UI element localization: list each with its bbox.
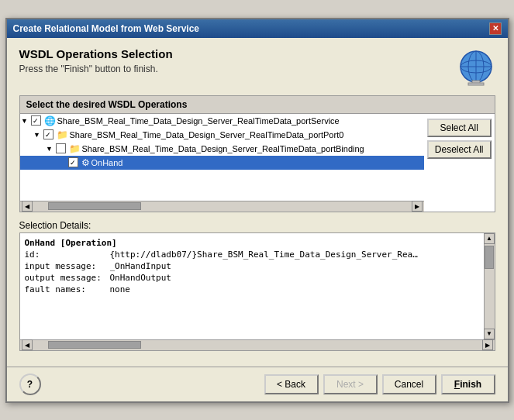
page-subtitle: Press the "Finish" button to finish. bbox=[19, 64, 173, 74]
details-scroll-left[interactable]: ◀ bbox=[22, 339, 33, 350]
tree-item-label: Share_BSM_Real_Time_Data_Design_Server_R… bbox=[70, 130, 344, 139]
scroll-up-arrow[interactable]: ▲ bbox=[484, 233, 495, 244]
bottom-bar: ? < Back Next > Cancel Finish bbox=[7, 367, 508, 401]
details-output-value: OnHandOutput bbox=[110, 273, 171, 283]
tree-row[interactable]: ▼ ✓ 🌐 Share_BSM_Real_Time_Data_Design_Se… bbox=[20, 114, 424, 128]
tree-item-label: OnHand bbox=[91, 158, 123, 167]
tree-scroll-area: ▼ ✓ 🌐 Share_BSM_Real_Time_Data_Design_Se… bbox=[20, 114, 424, 212]
tree-empty-space bbox=[20, 170, 424, 201]
deselect-all-button[interactable]: Deselect All bbox=[427, 140, 492, 159]
details-empty-space bbox=[25, 296, 479, 335]
details-title: OnHand [Operation] bbox=[25, 238, 117, 248]
details-scroll-thumb[interactable] bbox=[48, 341, 141, 349]
bottom-right-buttons: < Back Next > Cancel Finish bbox=[264, 374, 495, 394]
details-content: OnHand [Operation] id: {http://dladb07/}… bbox=[20, 233, 484, 339]
tree-row[interactable]: ▼ 📁 Share_BSM_Real_Time_Data_Design_Serv… bbox=[20, 142, 424, 156]
details-fault-label: fault names: bbox=[25, 284, 110, 294]
details-input-value: _OnHandInput bbox=[110, 261, 171, 271]
window-title: Create Relational Model from Web Service bbox=[13, 23, 200, 34]
details-label: Selection Details: bbox=[19, 220, 495, 231]
details-scroll-right[interactable]: ▶ bbox=[482, 339, 493, 350]
wsdl-operations-box: Select the desired WSDL Operations ▼ ✓ 🌐… bbox=[19, 95, 495, 212]
folder-icon: 📁 bbox=[57, 129, 68, 140]
details-input-label: input message: bbox=[25, 261, 110, 271]
vertical-scrollbar[interactable]: ▲ ▼ bbox=[484, 233, 495, 339]
header-section: WSDL Operations Selection Press the "Fin… bbox=[19, 47, 495, 86]
details-row-title: OnHand [Operation] bbox=[25, 238, 479, 248]
close-button[interactable]: ✕ bbox=[489, 22, 502, 35]
scroll-down-arrow[interactable]: ▼ bbox=[484, 329, 495, 339]
cancel-button[interactable]: Cancel bbox=[382, 374, 436, 394]
select-all-button[interactable]: Select All bbox=[427, 119, 492, 137]
horizontal-scrollbar[interactable]: ◀ ▶ bbox=[20, 201, 424, 212]
finish-button[interactable]: Finish bbox=[441, 374, 495, 394]
back-button[interactable]: < Back bbox=[264, 374, 319, 394]
svg-rect-6 bbox=[468, 83, 484, 85]
tree-row-selected[interactable]: ✓ ⚙ OnHand bbox=[20, 156, 424, 170]
wsdl-section-title: Select the desired WSDL Operations bbox=[20, 96, 495, 114]
checkbox[interactable]: ✓ bbox=[31, 115, 41, 126]
details-box: OnHand [Operation] id: {http://dladb07/}… bbox=[19, 232, 495, 351]
details-row-input: input message: _OnHandInput bbox=[25, 261, 479, 271]
scroll-right-arrow[interactable]: ▶ bbox=[412, 201, 423, 212]
gear-icon: ⚙ bbox=[81, 157, 90, 168]
details-row-output: output message: OnHandOutput bbox=[25, 273, 479, 283]
help-button[interactable]: ? bbox=[19, 374, 41, 395]
service-icon: 🌐 bbox=[44, 115, 56, 126]
tree-row[interactable]: ▼ ✓ 📁 Share_BSM_Real_Time_Data_Design_Se… bbox=[20, 128, 424, 142]
button-panel: Select All Deselect All bbox=[424, 114, 495, 212]
main-content: WSDL Operations Selection Press the "Fin… bbox=[7, 38, 508, 367]
globe-icon bbox=[457, 47, 495, 86]
toggle-arrow[interactable]: ▼ bbox=[45, 145, 54, 153]
details-fault-value: none bbox=[110, 284, 131, 294]
next-button[interactable]: Next > bbox=[323, 374, 378, 394]
scroll-left-arrow[interactable]: ◀ bbox=[22, 201, 33, 212]
title-bar: Create Relational Model from Web Service… bbox=[7, 19, 508, 38]
header-text: WSDL Operations Selection Press the "Fin… bbox=[19, 47, 173, 74]
checkbox[interactable] bbox=[56, 143, 66, 153]
page-title: WSDL Operations Selection bbox=[19, 47, 173, 60]
checkbox[interactable]: ✓ bbox=[43, 129, 53, 139]
toggle-arrow[interactable]: ▼ bbox=[20, 117, 29, 125]
checkbox[interactable]: ✓ bbox=[68, 157, 78, 167]
main-window: Create Relational Model from Web Service… bbox=[5, 18, 509, 403]
scroll-thumb-v[interactable] bbox=[485, 246, 494, 269]
folder-icon: 📁 bbox=[69, 143, 81, 154]
details-row-fault: fault names: none bbox=[25, 284, 479, 294]
tree-item-label: Share_BSM_Real_Time_Data_Design_Server_R… bbox=[57, 116, 340, 126]
tree-item-label: Share_BSM_Real_Time_Data_Design_Server_R… bbox=[82, 144, 364, 153]
toggle-arrow[interactable]: ▼ bbox=[33, 131, 42, 139]
details-output-label: output message: bbox=[25, 273, 110, 283]
tree-with-buttons: ▼ ✓ 🌐 Share_BSM_Real_Time_Data_Design_Se… bbox=[20, 114, 495, 212]
scroll-thumb-h[interactable] bbox=[48, 202, 141, 210]
details-id-value: {http://dladb07/}Share_BSM_Real_Time_Dat… bbox=[110, 250, 420, 260]
details-row-id: id: {http://dladb07/}Share_BSM_Real_Time… bbox=[25, 250, 479, 260]
details-horizontal-scrollbar[interactable]: ◀ ▶ bbox=[20, 339, 495, 350]
details-with-scroll: OnHand [Operation] id: {http://dladb07/}… bbox=[20, 233, 495, 339]
details-id-label: id: bbox=[25, 250, 110, 260]
